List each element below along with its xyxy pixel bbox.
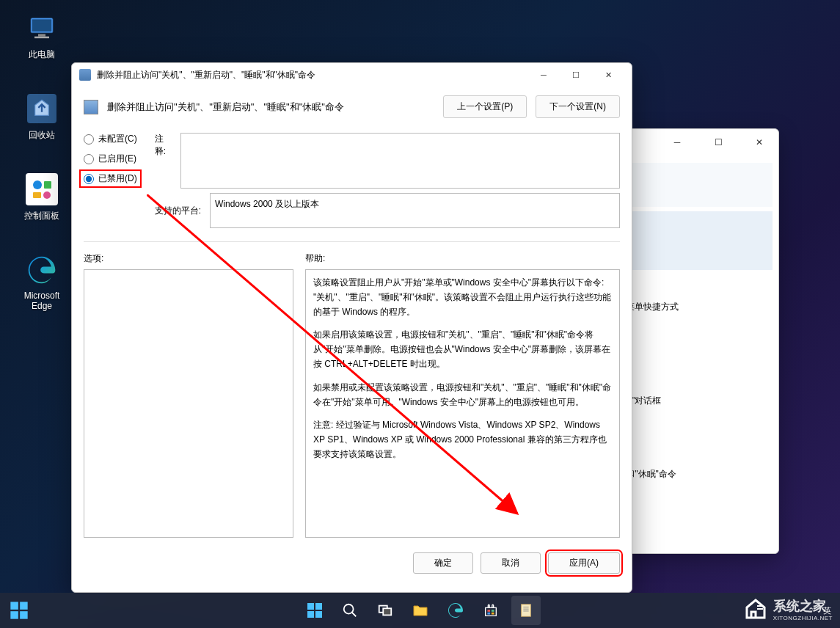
app-button-active[interactable]: [511, 596, 541, 625]
bg-item[interactable]: 始"菜单快捷方式: [610, 271, 773, 315]
edge-icon: [24, 252, 59, 288]
store-button[interactable]: [476, 596, 505, 625]
svg-rect-21: [487, 610, 490, 612]
watermark-text: 系统之家: [773, 597, 833, 615]
radio-label: 已禁用(D): [98, 172, 137, 185]
watermark-icon: [742, 596, 769, 622]
desktop-icon-edge[interactable]: Microsoft Edge: [16, 252, 67, 311]
ok-button[interactable]: 确定: [413, 552, 473, 574]
prev-setting-button[interactable]: 上一个设置(P): [443, 95, 527, 118]
help-text: 如果启用该策略设置，电源按钮和"关机"、"重启"、"睡眠"和"休眠"命令将从"开…: [313, 328, 612, 371]
radio-input[interactable]: [84, 154, 94, 164]
svg-rect-24: [491, 613, 494, 615]
help-label: 帮助:: [305, 252, 620, 265]
minimize-button[interactable]: ─: [664, 129, 690, 156]
svg-point-7: [43, 191, 51, 199]
close-button[interactable]: ✕: [746, 129, 773, 156]
svg-point-4: [33, 180, 42, 189]
radio-disabled[interactable]: 已禁用(D): [79, 169, 142, 188]
options-box: [84, 269, 293, 538]
desktop-label: Microsoft Edge: [16, 291, 67, 311]
dialog-footer: 确定 取消 应用(A): [72, 544, 632, 583]
next-setting-button[interactable]: 下一个设置(N): [536, 95, 620, 118]
close-button[interactable]: ✕: [592, 65, 624, 85]
start-button[interactable]: [300, 596, 329, 625]
dialog-title: 删除并阻止访问"关机"、"重新启动"、"睡眠"和"休眠"命令: [97, 69, 527, 81]
options-label: 选项:: [84, 252, 293, 265]
desktop-label: 控制面板: [16, 210, 67, 222]
svg-rect-10: [20, 602, 27, 610]
control-icon: [24, 172, 59, 207]
svg-rect-1: [32, 19, 52, 32]
svg-rect-16: [315, 611, 322, 618]
help-text: 注意: 经过验证与 Microsoft Windows Vista、Window…: [313, 418, 612, 461]
svg-rect-14: [315, 603, 322, 610]
maximize-button[interactable]: ☐: [705, 129, 731, 156]
desktop-icon-recycle[interactable]: 回收站: [16, 91, 67, 142]
comment-label: 注释:: [155, 133, 174, 186]
radio-input[interactable]: [84, 174, 94, 184]
desktop-label: 回收站: [16, 129, 67, 142]
comment-textarea[interactable]: [180, 133, 620, 189]
recycle-icon: [24, 91, 59, 126]
dialog-icon: [79, 69, 91, 81]
minimize-button[interactable]: ─: [527, 65, 560, 85]
apply-button[interactable]: 应用(A): [548, 552, 620, 574]
search-button[interactable]: [335, 596, 365, 625]
desktop-label: 此电脑: [16, 48, 67, 61]
radio-not-configured[interactable]: 未配置(C): [84, 133, 137, 145]
platform-label: 支持的平台:: [155, 205, 201, 217]
watermark: 系统之家 XITONGZHIJIA.NET: [742, 596, 833, 622]
svg-rect-5: [44, 181, 51, 189]
policy-dialog: 删除并阻止访问"关机"、"重新启动"、"睡眠"和"休眠"命令 ─ ☐ ✕ 删除并…: [71, 62, 632, 593]
svg-point-17: [343, 605, 353, 614]
explorer-button[interactable]: [406, 596, 435, 625]
svg-rect-9: [10, 602, 18, 610]
dialog-header: 删除并阻止访问"关机"、"重新启动"、"睡眠"和"休眠"命令 上一个设置(P) …: [72, 87, 632, 130]
radio-label: 未配置(C): [98, 133, 137, 145]
maximize-button[interactable]: ☐: [560, 65, 592, 85]
watermark-sub: XITONGZHIJIA.NET: [773, 615, 833, 621]
svg-rect-11: [10, 611, 18, 619]
svg-rect-15: [307, 611, 314, 618]
svg-rect-25: [521, 605, 530, 617]
edge-button[interactable]: [441, 596, 470, 625]
bg-item[interactable]: 眠"和"休眠"命令: [610, 409, 773, 483]
radio-enabled[interactable]: 已启用(E): [84, 153, 137, 165]
svg-rect-13: [307, 603, 314, 610]
header-title: 删除并阻止访问"关机"、"重新启动"、"睡眠"和"休眠"命令: [107, 101, 434, 114]
svg-rect-2: [38, 34, 45, 36]
thispc-icon: [24, 10, 59, 45]
svg-rect-20: [383, 608, 391, 615]
help-box: 该策略设置阻止用户从"开始"菜单或"Windows 安全中心"屏幕执行以下命令:…: [305, 269, 620, 538]
svg-rect-22: [491, 610, 494, 612]
desktop-icon-thispc[interactable]: 此电脑: [16, 10, 67, 61]
dialog-titlebar: 删除并阻止访问"关机"、"重新启动"、"睡眠"和"休眠"命令 ─ ☐ ✕: [72, 63, 632, 87]
svg-line-18: [351, 613, 356, 617]
svg-rect-3: [34, 37, 49, 39]
radio-input[interactable]: [84, 134, 94, 145]
header-icon: [84, 100, 98, 114]
help-text: 该策略设置阻止用户从"开始"菜单或"Windows 安全中心"屏幕执行以下命令:…: [313, 276, 612, 319]
radio-label: 已启用(E): [98, 153, 136, 165]
svg-rect-12: [20, 611, 27, 619]
help-text: 如果禁用或未配置该策略设置，电源按钮和"关机"、"重启"、"睡眠"和"休眠"命令…: [313, 381, 612, 410]
cancel-button[interactable]: 取消: [481, 552, 541, 574]
bg-item[interactable]: 运行"对话框: [610, 315, 773, 409]
svg-rect-6: [33, 192, 41, 198]
desktop-icon-control[interactable]: 控制面板: [16, 172, 67, 222]
taskbar: ⌃ 英: [0, 593, 840, 628]
start-button-widget[interactable]: [9, 600, 29, 621]
radio-group: 未配置(C) 已启用(E) 已禁用(D): [84, 133, 137, 185]
svg-rect-23: [487, 613, 490, 615]
platform-text: Windows 2000 及以上版本: [210, 193, 620, 228]
taskview-button[interactable]: [370, 596, 400, 625]
